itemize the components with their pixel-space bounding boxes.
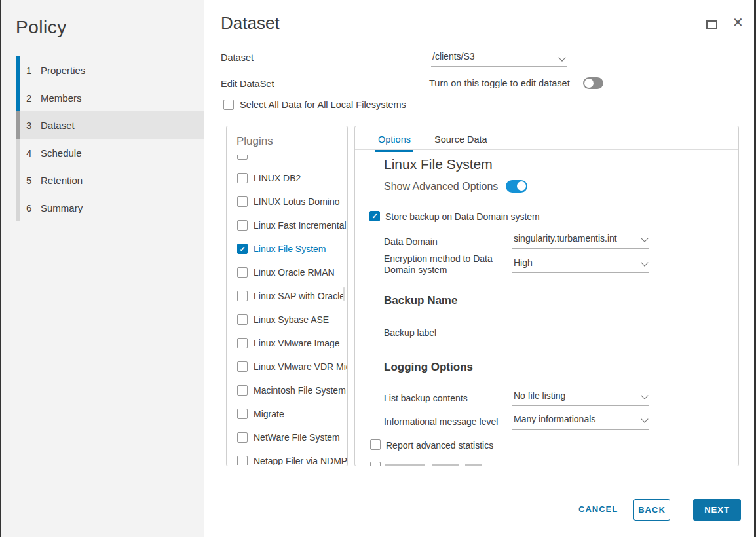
select-all-label: Select All Data for All Local Filesystem… [240,100,406,110]
data-domain-label: Data Domain [384,236,510,248]
plugin-checkbox[interactable] [237,432,248,443]
step-number: 2 [26,92,35,103]
plugin-row-linux-sap-oracle[interactable]: Linux SAP with Oracle [227,284,347,308]
dataset-select-value: /clients/S3 [431,51,567,66]
plugin-checkbox[interactable] [237,314,248,325]
step-retention[interactable]: 5 Retention [16,166,204,194]
plugin-row-linux-file-system[interactable]: Linux File System [227,237,347,261]
clipped-option-row [370,462,381,466]
plugin-row-netapp-filer-ndmp[interactable]: Netapp Filer via NDMP [227,449,347,465]
step-label: Properties [41,65,85,76]
plugin-row-linux-sybase-ase[interactable]: Linux Sybase ASE [227,308,347,331]
encryption-select[interactable]: High [512,257,649,273]
plugin-label: Netapp Filer via NDMP [254,456,347,465]
encryption-value: High [512,257,649,272]
plugins-list[interactable]: LINUX DB2 LINUX Lotus Domino Linux Fast … [227,155,347,465]
dataset-select[interactable]: /clients/S3 [431,51,567,67]
step-number: 4 [26,147,35,158]
clipped-text-fragment [385,464,425,466]
plugin-checkbox[interactable] [237,385,248,396]
plugin-checkbox[interactable] [237,173,248,183]
store-data-domain-row[interactable]: Store backup on Data Domain system [369,211,540,222]
clipped-text-fragment [432,464,459,466]
edit-dataset-toggle[interactable] [583,77,603,89]
step-number: 1 [26,65,35,76]
step-dataset[interactable]: 3 Dataset [16,111,204,139]
select-all-row[interactable]: Select All Data for All Local Filesystem… [223,100,406,110]
backup-label-field[interactable] [512,327,649,341]
plugin-label: Linux Sybase ASE [254,314,329,325]
plugin-checkbox[interactable] [237,338,248,348]
policy-wizard-window: Policy 1 Properties 2 Members 3 Dataset … [0,0,756,537]
plugin-checkbox[interactable] [237,361,248,372]
next-button[interactable]: NEXT [693,499,741,521]
plugin-row-linux-vmware-image[interactable]: Linux VMware Image [227,331,347,355]
report-advanced-statistics-row[interactable]: Report advanced statistics [370,439,493,451]
plugin-label: NetWare File System [254,432,340,443]
data-domain-select[interactable]: singularity.turbamentis.int [512,233,649,249]
logging-options-heading: Logging Options [384,361,473,374]
plugin-label: Linux VMware Image [254,338,340,348]
clipped-text-fragment [465,464,482,466]
info-message-level-select[interactable]: Many informationals [512,414,649,430]
plugin-row-migrate[interactable]: Migrate [227,402,347,426]
plugin-label: Migrate [254,409,284,419]
back-button[interactable]: BACK [633,499,670,521]
plugin-row-linux-lotus-domino[interactable]: LINUX Lotus Domino [227,190,347,213]
chevron-down-icon [641,260,648,267]
wizard-title: Policy [1,0,204,38]
plugin-checkbox[interactable] [237,267,248,278]
maximize-icon[interactable] [706,20,717,29]
plugin-checkbox[interactable] [237,291,248,301]
data-domain-value: singularity.turbamentis.int [512,233,649,248]
store-data-domain-checkbox[interactable] [369,211,380,221]
plugin-row-linux-oracle-rman[interactable]: Linux Oracle RMAN [227,261,347,284]
plugin-checkbox[interactable] [237,220,248,231]
plugin-row-linux-db2[interactable]: LINUX DB2 [227,166,347,190]
report-advanced-statistics-label: Report advanced statistics [386,439,493,451]
store-data-domain-label: Store backup on Data Domain system [385,211,540,222]
tabs-divider [355,149,738,150]
info-message-level-label: Informational message level [384,417,515,428]
step-properties[interactable]: 1 Properties [16,56,204,84]
backup-name-heading: Backup Name [384,294,457,307]
plugin-checkbox[interactable] [237,196,248,207]
step-number: 5 [26,175,35,186]
select-all-checkbox[interactable] [223,100,234,110]
step-label: Summary [41,202,83,213]
clipped-option-checkbox[interactable] [370,462,381,466]
plugin-label: Linux VMware VDR Mig [254,361,347,372]
plugin-options-panel: Options Source Data Linux File System Sh… [354,126,739,466]
step-number: 6 [26,202,35,213]
step-summary[interactable]: 6 Summary [16,194,204,221]
plugin-checkbox[interactable] [237,456,248,465]
cancel-button[interactable]: CANCEL [578,504,618,514]
plugin-label: Linux SAP with Oracle [254,291,345,301]
step-members[interactable]: 2 Members [16,84,204,111]
plugin-row-netware-file-system[interactable]: NetWare File System [227,426,347,449]
plugin-label: Linux Fast Incremental [254,220,347,231]
plugin-row-linux-vmware-vdr[interactable]: Linux VMware VDR Mig [227,355,347,379]
step-label: Schedule [41,147,82,158]
advanced-options-toggle[interactable] [506,180,527,193]
plugin-checkbox[interactable] [237,155,248,160]
plugin-row-macintosh-file-system[interactable]: Macintosh File System [227,379,347,402]
plugins-scrollbar-thumb[interactable] [343,287,345,301]
plugin-checkbox[interactable] [237,244,248,254]
plugin-label: Linux File System [254,244,326,254]
report-advanced-statistics-checkbox[interactable] [370,439,381,450]
wizard-steps: 1 Properties 2 Members 3 Dataset 4 Sched… [1,56,204,221]
plugins-panel: Plugins LINUX DB2 LINUX Lotus Domino [226,126,348,466]
step-label: Retention [41,175,83,186]
tab-source-data[interactable]: Source Data [432,134,490,150]
plugin-row-linux-fast-incremental[interactable]: Linux Fast Incremental [227,213,347,237]
plugin-row-partial[interactable] [227,155,347,166]
chevron-down-icon [641,236,648,242]
list-backup-contents-select[interactable]: No file listing [512,390,649,406]
backup-label-label: Backup label [384,327,510,339]
plugins-title: Plugins [227,126,347,148]
chevron-down-icon [641,417,648,423]
plugin-checkbox[interactable] [237,409,248,419]
step-schedule[interactable]: 4 Schedule [16,139,204,166]
close-icon[interactable]: ✕ [732,16,744,29]
